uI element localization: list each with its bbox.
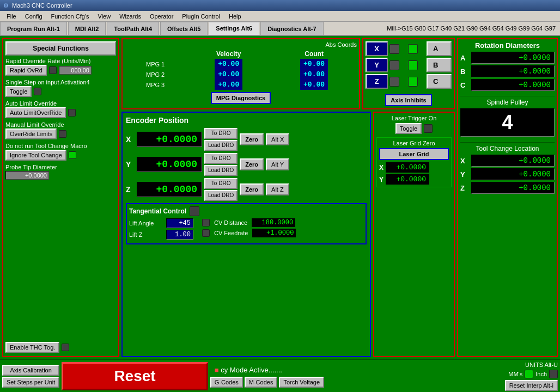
lift-angle-value[interactable]: +45 [166,218,193,228]
ignore-tool-led [69,151,76,159]
bottom-bar: Axis Calibration Set Steps per Unit Rese… [0,359,560,392]
encoder-x-to-dro-btn[interactable]: To DRO [204,128,238,139]
reset-interp-btn[interactable]: Reset Interp Alt-i [505,380,558,391]
axis-y-led2 [408,60,418,70]
m-codes-btn[interactable]: M-Codes [245,377,278,388]
tab-diagnostics[interactable]: Diagnostics Alt-7 [260,22,323,35]
encoder-x-label: X [126,135,135,144]
axis-calibration-btn[interactable]: Axis Calibration [2,365,59,376]
rapid-ovrd-btn[interactable]: Rapid OvRd [5,65,47,76]
axis-y-btn[interactable]: Y [366,58,388,72]
special-functions-button[interactable]: Special Functions [5,41,116,56]
encoder-y-alt-btn[interactable]: Alt Y [266,158,289,170]
axis-x-btn[interactable]: X [366,41,388,56]
mpg-2-velocity: +0.00 [215,69,242,79]
enable-thc-btn[interactable]: Enable THC Tog. [5,342,59,353]
g-codes-btn[interactable]: G-Codes [210,377,243,388]
auto-limit-btn[interactable]: Auto LimitOverRide [5,107,66,118]
menu-config[interactable]: Config [21,13,47,20]
axis-inhibits-btn[interactable]: Axis Inhibits [385,94,431,106]
lift-z-value[interactable]: 1.00 [166,230,193,240]
laser-grid-btn[interactable]: Laser Grid [379,148,449,160]
menu-help[interactable]: Help [224,13,246,20]
tab-mdi[interactable]: MDI Alt2 [68,22,106,35]
axis-z-btn[interactable]: Z [366,74,388,89]
tab-program-run[interactable]: Program Run Alt-1 [0,22,67,35]
menu-operator[interactable]: Operator [145,13,178,20]
title-bar: ⚙ Mach3 CNC Controller [0,0,560,11]
rot-row-a: A +0.0000 [460,52,555,64]
encoder-x-alt-btn[interactable]: Alt X [266,133,289,145]
tab-toolpath[interactable]: ToolPath Alt4 [107,22,159,35]
encoder-y-value: +0.0000 [137,157,202,172]
tab-settings[interactable]: Settings Alt6 [209,22,259,35]
laser-trigger-label: Laser Trigger On [376,115,452,121]
mpg-1-label: MPG 1 [125,59,186,69]
spindle-pulley-label: Spindle Pulley [460,99,555,106]
rapid-ovrd-value[interactable]: 000.00 [59,66,92,75]
spindle-section: Spindle Pulley 4 [460,96,555,139]
menu-wizards[interactable]: Wizards [115,13,145,20]
axis-panel: X A Y B Z C Axis Inhibits [362,38,455,109]
mpg-panel: Abs Coords Velocity Count MPG 1 +0.00 [121,38,360,109]
mpg-row-3: MPG 3 +0.00 +0.00 [125,79,357,90]
cv-feedrate-label: CV Feedrate [214,230,248,236]
tc-x-value: +0.0000 [471,155,555,167]
tab-offsets[interactable]: Offsets Alt5 [160,22,208,35]
axis-c-btn[interactable]: C [427,74,452,89]
tc-z-label: Z [460,184,471,192]
reset-btn[interactable]: Reset [62,362,208,390]
axis-a-btn[interactable]: A [427,41,452,56]
menu-file[interactable]: File [2,13,21,20]
encoder-z-load-dro-btn[interactable]: Load DRO [204,190,238,201]
ignore-tool-btn[interactable]: Ignore Tool Change [5,150,66,161]
emergency-indicator: ■ [215,366,219,374]
do-not-run-label: Do not run Tool Change Macro [5,143,116,149]
laser-toggle-btn[interactable]: Toggle [395,123,422,134]
laser-grid-zero-label: Laser Grid Zero [379,140,449,146]
velocity-header: Velocity [186,49,271,59]
encoder-z-to-dro-btn[interactable]: To DRO [204,178,238,189]
mpg-1-velocity: +0.00 [215,59,242,69]
rot-a-label: A [460,54,471,62]
cv-feedrate-led [202,229,210,237]
override-limits-led [59,130,66,138]
torch-voltage-btn[interactable]: Torch Voltage [279,377,324,388]
mpg-2-count: +0.00 [300,69,328,79]
tangential-panel: Tangential Control Lift Angle +45 Lift Z… [126,203,367,244]
encoder-z-alt-btn[interactable]: Alt Z [266,183,289,195]
encoder-z-zero-btn[interactable]: Zero [240,183,264,195]
rotation-diameters-title: Rotation Diameters [460,41,555,50]
manual-limit-label: Manual Limit Override [5,121,116,128]
tang-led [190,206,199,216]
app-icon: ⚙ [3,2,9,9]
axis-x-led1 [389,44,399,54]
mpg-row-1: MPG 1 +0.00 +0.00 [125,59,357,69]
inch-led [549,370,558,378]
tang-title: Tangential Control [129,207,186,215]
count-header: Count [271,49,357,59]
mpg-diagnostics-btn[interactable]: MPG Diagnostics [211,92,271,104]
encoder-x-load-dro-btn[interactable]: Load DRO [204,140,238,151]
probe-tip-label: Probe Tip Diameter [5,164,116,170]
encoder-y-to-dro-btn[interactable]: To DRO [204,153,238,164]
encoder-y-zero-btn[interactable]: Zero [240,158,264,170]
right-bottom-section: UNITS Alt-U MM's Inch Reset Interp Alt-i [505,362,558,391]
thc-led [62,344,69,351]
menu-function-cfgs[interactable]: Function Cfg's [47,13,94,20]
override-limits-btn[interactable]: OverRide Limits [5,128,57,139]
mm-led [525,370,533,378]
rapid-override-label: Rapid Override Rate (Units/Min) [5,58,116,64]
probe-tip-value[interactable]: +0.0000 [5,171,49,180]
mpg-1-count: +0.00 [300,59,328,69]
menu-view[interactable]: View [94,13,115,20]
encoder-y-load-dro-btn[interactable]: Load DRO [204,165,238,176]
tool-change-title: Tool Change Location [460,145,555,152]
encoder-x-zero-btn[interactable]: Zero [240,133,264,145]
toggle-led [34,88,41,95]
set-steps-btn[interactable]: Set Steps per Unit [2,377,59,388]
toggle-btn[interactable]: Toggle [5,86,32,97]
axis-b-btn[interactable]: B [427,58,452,72]
mpg-3-count: +0.00 [300,79,328,90]
menu-plugin-control[interactable]: PlugIn Control [178,13,224,20]
